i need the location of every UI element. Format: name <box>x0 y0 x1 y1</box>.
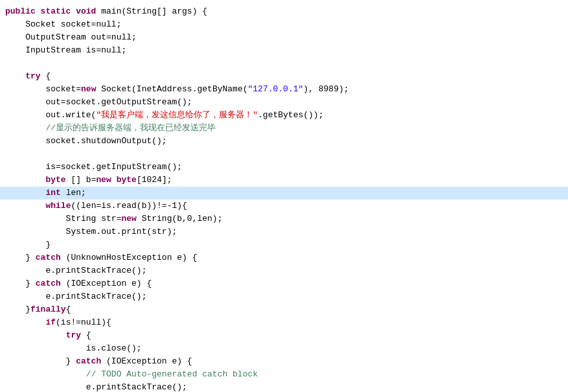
code-line: while((len=is.read(b))!=-1){ <box>0 200 568 213</box>
code-line: e.printStackTrace(); <box>0 264 568 277</box>
code-token: .getBytes()); <box>258 109 323 122</box>
code-token: out.write( <box>5 109 96 122</box>
code-line: out=socket.getOutputStream(); <box>0 96 568 109</box>
code-token: new <box>96 174 111 187</box>
code-token: main(String[] args) { <box>101 5 207 18</box>
code-token: byte <box>45 174 65 187</box>
code-token: finally <box>30 303 66 316</box>
code-line: e.printStackTrace(); <box>0 381 568 392</box>
code-line: } catch (IOException e) { <box>0 355 568 368</box>
code-token: "我是客户端，发这信息给你了，服务器！" <box>96 109 258 122</box>
code-token <box>5 200 45 213</box>
code-line: out.write("我是客户端，发这信息给你了，服务器！".getBytes(… <box>0 109 568 122</box>
code-token: catch <box>76 355 101 368</box>
code-token <box>5 122 45 135</box>
code-line: String str=new String(b,0,len); <box>0 213 568 225</box>
code-line: OutputStream out=null; <box>0 31 568 44</box>
code-line <box>0 57 568 70</box>
code-token: "127.0.0.1" <box>248 83 304 96</box>
code-token: new <box>81 83 101 96</box>
code-token: byte <box>117 174 137 187</box>
code-token: void <box>76 5 101 18</box>
code-line: is=socket.getInputStream(); <box>0 161 568 174</box>
code-token: static <box>41 5 76 18</box>
code-token: try <box>25 70 40 83</box>
code-token: socket.shutdownOutput(); <box>5 135 167 148</box>
code-token: len; <box>61 187 86 200</box>
code-line: is.close(); <box>0 342 568 355</box>
code-line: public static void main(String[] args) { <box>0 5 568 18</box>
code-editor: public static void main(String[] args) {… <box>0 0 568 392</box>
code-token: e.printStackTrace(); <box>5 381 187 392</box>
code-token: while <box>45 200 71 213</box>
code-token <box>5 368 86 381</box>
code-line: } <box>0 238 568 251</box>
code-token <box>5 187 45 200</box>
code-line: e.printStackTrace(); <box>0 290 568 303</box>
code-token: System.out.print(str); <box>5 225 177 238</box>
code-token <box>111 174 117 187</box>
code-token: e.printStackTrace(); <box>5 290 146 303</box>
code-token: ((len=is.read(b))!=-1){ <box>71 200 187 213</box>
code-token: Socket socket=null; <box>5 18 121 31</box>
code-line <box>0 148 568 161</box>
code-token: ( <box>243 83 248 96</box>
code-token: out=socket.getOutputStream(); <box>5 96 192 109</box>
code-token: (IOException e) { <box>101 355 192 368</box>
code-token: Socket(InetAddress. <box>101 83 197 96</box>
code-line: InputStream is=null; <box>0 44 568 57</box>
code-line: // TODO Auto-generated catch block <box>0 368 568 381</box>
code-token: { <box>41 70 51 83</box>
code-token: is=socket.getInputStream(); <box>5 161 182 174</box>
code-token: } <box>5 251 36 264</box>
code-line: socket=new Socket(InetAddress.getByName(… <box>0 83 568 96</box>
code-line: }finally{ <box>0 303 568 316</box>
code-token: { <box>66 303 71 316</box>
code-token: // TODO Auto-generated catch block <box>86 368 258 381</box>
code-token: (IOException e) { <box>61 277 152 290</box>
code-line: try { <box>0 329 568 342</box>
code-token: getByName <box>197 83 242 96</box>
code-token: new <box>121 213 136 225</box>
code-token: } <box>5 355 76 368</box>
code-token: int <box>45 187 60 200</box>
code-token: if <box>45 316 56 329</box>
code-token: is.close(); <box>5 342 142 355</box>
code-token: catch <box>36 277 61 290</box>
code-token: ), 8989); <box>303 83 348 96</box>
code-line: int len; <box>0 187 568 200</box>
code-line: } catch (UnknownHostException e) { <box>0 251 568 264</box>
code-token: String(b,0,len); <box>137 213 223 225</box>
code-token <box>5 329 66 342</box>
code-token: e.printStackTrace(); <box>5 264 146 277</box>
code-token <box>5 316 45 329</box>
code-token: String str= <box>5 213 121 225</box>
code-line: } catch (IOException e) { <box>0 277 568 290</box>
code-token: try <box>66 329 81 342</box>
code-line: Socket socket=null; <box>0 18 568 31</box>
code-token: [] b= <box>66 174 97 187</box>
code-line: byte [] b=new byte[1024]; <box>0 174 568 187</box>
code-token: InputStream is=null; <box>5 44 126 57</box>
code-token: socket= <box>5 83 81 96</box>
code-token: //显示的告诉服务器端，我现在已经发送完毕 <box>45 122 216 135</box>
code-token <box>5 70 25 83</box>
code-token: [1024]; <box>137 174 172 187</box>
code-line: try { <box>0 70 568 83</box>
code-token: OutputStream out=null; <box>5 31 137 44</box>
code-token: } <box>5 303 30 316</box>
code-token: public <box>5 5 41 18</box>
code-token: } <box>5 238 51 251</box>
code-line: socket.shutdownOutput(); <box>0 135 568 148</box>
code-token: { <box>81 329 91 342</box>
code-token: catch <box>36 251 61 264</box>
code-token: (is!=null){ <box>56 316 111 329</box>
code-line: //显示的告诉服务器端，我现在已经发送完毕 <box>0 122 568 135</box>
code-token: (UnknownHostException e) { <box>61 251 198 264</box>
code-token <box>5 174 45 187</box>
code-line: System.out.print(str); <box>0 225 568 238</box>
code-line: if(is!=null){ <box>0 316 568 329</box>
code-token: } <box>5 277 36 290</box>
